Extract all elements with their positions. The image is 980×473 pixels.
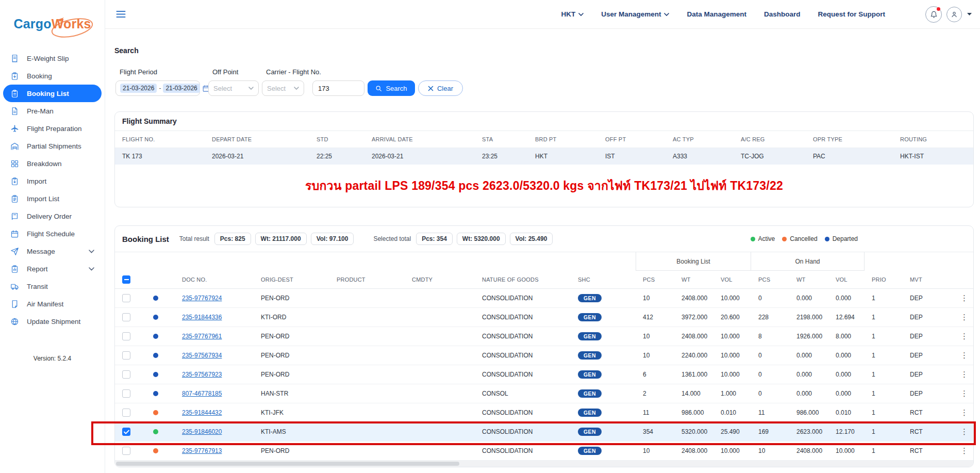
- row-checkbox[interactable]: [122, 428, 130, 436]
- sidebar-item-booking-list[interactable]: Booking List: [3, 85, 102, 102]
- row-checkbox[interactable]: [122, 447, 130, 455]
- total-result-label: Total result: [179, 235, 209, 242]
- menu-toggle-icon[interactable]: [116, 10, 126, 18]
- sidebar-item-pre-man[interactable]: Pre-Man: [3, 102, 102, 120]
- product-cell: [329, 308, 405, 327]
- notifications-button[interactable]: [925, 6, 942, 23]
- sidebar-item-flight-schedule[interactable]: Flight Schedule: [3, 225, 102, 242]
- table-row[interactable]: 235-91844432KTI-JFKCONSOLIDATIONGEN11986…: [115, 403, 973, 422]
- bl-vol-cell: 20.600: [713, 308, 751, 327]
- sidebar-item-e-weight-slip[interactable]: E-Weight Slip: [3, 50, 102, 67]
- sidebar-item-transit[interactable]: Transit: [3, 278, 102, 295]
- search-button[interactable]: Search: [368, 80, 415, 96]
- carrier-select[interactable]: Select: [262, 80, 304, 96]
- prio-cell: 1: [865, 308, 903, 327]
- row-checkbox[interactable]: [122, 351, 130, 360]
- sidebar-item-import-list[interactable]: Import List: [3, 190, 102, 207]
- doc-link[interactable]: 235-97767961: [182, 333, 222, 340]
- sidebar-item-flight-preparation[interactable]: Flight Preparation: [3, 120, 102, 137]
- sidebar-item-air-manifest[interactable]: Air Manifest: [3, 295, 102, 313]
- doc-link[interactable]: 807-46778185: [182, 390, 222, 397]
- table-row[interactable]: 235-91844336KTI-ORDCONSOLIDATIONGEN41239…: [115, 308, 973, 327]
- doc-link[interactable]: 235-97767913: [182, 447, 222, 454]
- row-checkbox[interactable]: [122, 409, 130, 417]
- flight-period-input[interactable]: 21-03-2026 - 21-03-2026: [115, 80, 200, 96]
- off-point-select[interactable]: Select: [208, 80, 259, 96]
- table-row[interactable]: 235-97567923PEN-ORDCONSOLIDATIONGEN61361…: [115, 365, 973, 384]
- flight-summary-row[interactable]: TK 1732026-03-2122:252026-03-2123:25HKTI…: [115, 148, 973, 165]
- sidebar-item-import[interactable]: Import: [3, 172, 102, 190]
- mvt-cell: DEP: [903, 346, 953, 365]
- doc-link[interactable]: 235-91846020: [182, 428, 222, 435]
- mvt-cell: RCT: [903, 403, 953, 422]
- mvt-cell: RCT: [903, 422, 953, 441]
- row-checkbox[interactable]: [122, 389, 130, 398]
- shc-badge: GEN: [578, 389, 602, 398]
- nav-item-data-management[interactable]: Data Management: [687, 10, 746, 18]
- doc-link[interactable]: 235-97567923: [182, 371, 222, 378]
- scrollbar-thumb[interactable]: [116, 462, 459, 466]
- row-checkbox[interactable]: [122, 332, 130, 340]
- table-row[interactable]: 235-97767913PEN-ORDCONSOLIDATIONGEN10240…: [115, 442, 973, 461]
- sidebar-item-update-shipment[interactable]: Update Shipment: [3, 313, 102, 330]
- oh-pcs-cell: 0: [751, 346, 789, 365]
- fs-column-header: FLIGHT NO.: [115, 131, 205, 148]
- row-menu-icon[interactable]: ⋮: [960, 389, 968, 398]
- nav-item-user-management[interactable]: User Management: [601, 10, 669, 18]
- table-row[interactable]: 235-97567934PEN-ORDCONSOLIDATIONGEN10224…: [115, 346, 973, 365]
- nav-item-label: HKT: [561, 10, 575, 18]
- status-dot-departed: [153, 353, 158, 358]
- horizontal-scrollbar[interactable]: [115, 461, 973, 467]
- row-menu-icon[interactable]: ⋮: [960, 370, 968, 379]
- nav-item-dashboard[interactable]: Dashboard: [764, 10, 801, 18]
- topbar: HKTUser ManagementData ManagementDashboa…: [105, 0, 980, 29]
- sidebar-item-report[interactable]: Report: [3, 260, 102, 278]
- row-menu-icon[interactable]: ⋮: [960, 351, 968, 360]
- booking-column-header: SHC: [571, 271, 636, 288]
- doc-link[interactable]: 235-91844432: [182, 409, 222, 416]
- user-menu-caret-icon[interactable]: [967, 12, 972, 16]
- row-checkbox[interactable]: [122, 313, 130, 321]
- row-checkbox[interactable]: [122, 370, 130, 379]
- select-all-checkbox[interactable]: [122, 275, 130, 284]
- table-row[interactable]: 235-97767924PEN-ORDCONSOLIDATIONGEN10240…: [115, 289, 973, 308]
- doc-link[interactable]: 235-97767924: [182, 295, 222, 302]
- table-row[interactable]: 235-91846020KTI-AMSCONSOLIDATIONGEN35453…: [115, 422, 973, 442]
- booking-column-header: CMDTY: [405, 271, 475, 288]
- status-dot-cancelled: [153, 448, 158, 453]
- row-menu-icon[interactable]: ⋮: [960, 427, 968, 436]
- fs-cell: HKT-IST: [893, 148, 973, 165]
- shc-badge: GEN: [578, 313, 602, 322]
- row-menu-icon[interactable]: ⋮: [960, 293, 968, 303]
- sidebar-item-breakdown[interactable]: Breakdown: [3, 155, 102, 172]
- product-cell: [329, 346, 405, 365]
- nature-of-goods-cell: CONSOLIDATION: [475, 346, 571, 365]
- row-menu-icon[interactable]: ⋮: [960, 408, 968, 417]
- message-icon: [10, 247, 19, 256]
- nav-item-request-for-support[interactable]: Request for Support: [818, 10, 886, 18]
- flight-no-input[interactable]: [312, 80, 364, 96]
- shc-badge: GEN: [578, 428, 602, 436]
- row-menu-icon[interactable]: ⋮: [960, 332, 968, 341]
- table-row[interactable]: 235-97767961PEN-ORDCONSOLIDATIONGEN10240…: [115, 327, 973, 346]
- chevron-down-icon: [89, 250, 94, 253]
- doc-link[interactable]: 235-91844336: [182, 314, 222, 321]
- sidebar-item-label: Booking List: [27, 90, 69, 97]
- sidebar-item-partial-shipments[interactable]: Partial Shipments: [3, 137, 102, 155]
- nav-item-hkt[interactable]: HKT: [561, 10, 584, 18]
- row-menu-icon[interactable]: ⋮: [960, 313, 968, 322]
- topbar-nav: HKTUser ManagementData ManagementDashboa…: [561, 10, 885, 18]
- table-row[interactable]: 807-46778185HAN-STRCONSOLGEN214.0001.000…: [115, 384, 973, 403]
- bl-pcs-cell: 10: [636, 346, 674, 365]
- bl-vol-cell: 10.000: [713, 289, 751, 307]
- brand-name-secondary: Works: [52, 17, 91, 31]
- user-avatar[interactable]: [946, 7, 962, 22]
- row-menu-icon[interactable]: ⋮: [960, 446, 968, 455]
- sidebar-item-message[interactable]: Message: [3, 242, 102, 260]
- sidebar-item-delivery-order[interactable]: Delivery Order: [3, 207, 102, 225]
- sidebar-item-booking[interactable]: Booking: [3, 67, 102, 85]
- clear-button[interactable]: Clear: [418, 80, 463, 96]
- row-checkbox[interactable]: [122, 294, 130, 302]
- oh-pcs-cell: 228: [751, 308, 789, 327]
- doc-link[interactable]: 235-97567934: [182, 352, 222, 359]
